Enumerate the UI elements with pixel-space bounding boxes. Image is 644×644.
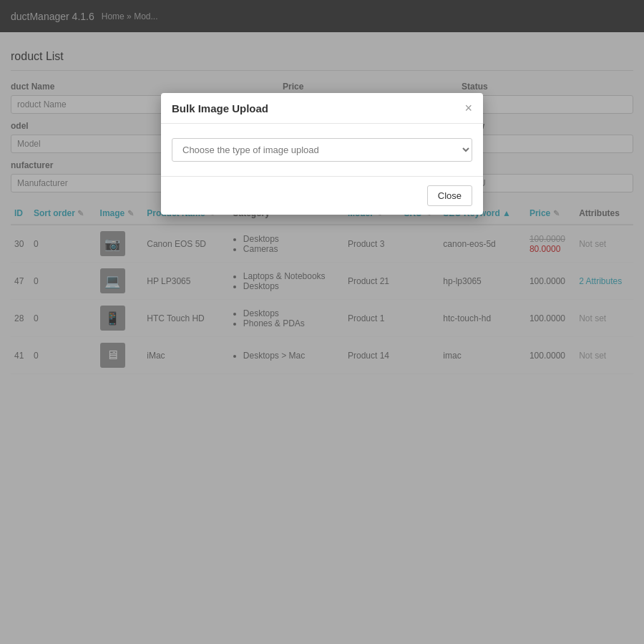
modal-overlay: Bulk Image Upload × Choose the type of i… xyxy=(0,0,644,644)
modal-header: Bulk Image Upload × xyxy=(161,93,483,124)
background-page: ductManager 4.1.6 Home » Mod... roduct L… xyxy=(0,0,644,644)
modal-close-x-button[interactable]: × xyxy=(464,102,472,114)
modal-close-button[interactable]: Close xyxy=(427,185,472,206)
modal-body: Choose the type of image upload xyxy=(161,124,483,176)
image-upload-type-select[interactable]: Choose the type of image upload xyxy=(172,138,472,162)
bulk-image-upload-modal: Bulk Image Upload × Choose the type of i… xyxy=(161,93,483,215)
modal-title: Bulk Image Upload xyxy=(172,102,268,114)
modal-footer: Close xyxy=(161,176,483,215)
